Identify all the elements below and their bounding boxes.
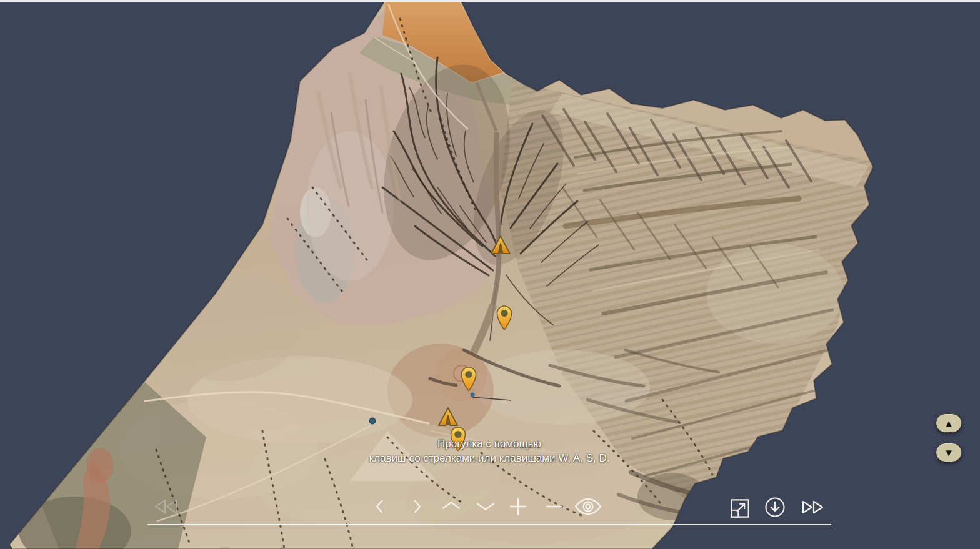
campsite-marker[interactable] [437, 407, 459, 427]
terrain-texture [0, 0, 980, 549]
download-icon[interactable] [762, 495, 788, 520]
zoom-out-icon[interactable] [546, 503, 563, 510]
skip-back-icon[interactable] [153, 498, 178, 515]
viewer-root: { "colors": { "background": "#3e4457", "… [0, 0, 980, 549]
fast-forward-icon[interactable] [801, 500, 825, 515]
chevron-right-icon[interactable] [413, 500, 422, 513]
eye-icon[interactable] [574, 498, 602, 515]
terrain-model-viewport[interactable] [0, 0, 980, 549]
walk-instruction-line2: клавиш со стрелками или клавишами W, A, … [369, 451, 610, 465]
chevron-down-icon[interactable] [476, 503, 495, 511]
chevron-left-icon[interactable] [375, 500, 384, 513]
window-top-edge [0, 0, 980, 2]
scroll-up-button[interactable]: ▲ [936, 413, 962, 433]
chevron-up-icon[interactable] [442, 502, 461, 510]
map-pin-marker[interactable] [496, 305, 513, 330]
up-arrow-glyph: ▲ [946, 419, 951, 428]
campsite-marker[interactable] [489, 235, 512, 255]
scroll-down-button[interactable]: ▼ [936, 443, 962, 462]
zoom-in-icon[interactable] [509, 497, 528, 516]
map-pin-marker[interactable] [461, 366, 478, 391]
walk-instruction: Прогулка с помощью клавиш со стрелками и… [369, 437, 610, 465]
fullscreen-icon[interactable] [728, 496, 752, 521]
walk-instruction-line1: Прогулка с помощью [369, 437, 610, 451]
timeline-bar [148, 524, 831, 525]
down-arrow-glyph: ▼ [946, 448, 951, 457]
